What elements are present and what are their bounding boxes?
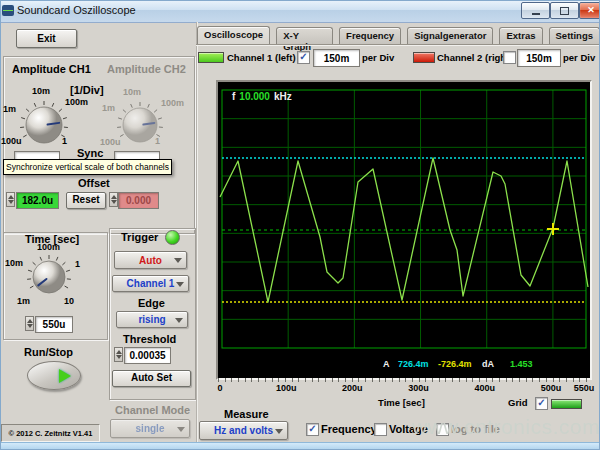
maximize-button[interactable] <box>550 2 579 19</box>
freq-prefix: f <box>232 91 235 102</box>
trigger-source-dropdown[interactable]: Channel 1 <box>112 275 189 292</box>
time-scale-10m: 10m <box>5 258 23 268</box>
run-stop-label: Run/Stop <box>24 346 73 358</box>
threshold-spinner[interactable] <box>114 347 123 362</box>
x-tick-label: 0 <box>217 383 222 393</box>
ch1-scale-10m: 10m <box>32 86 50 96</box>
channel2-per-div-label: per Div <box>563 52 595 63</box>
tab-settings[interactable]: Settings <box>549 27 600 45</box>
frequency-readout: f10.000kHz <box>232 91 296 102</box>
version-label: © 2012 C. Zeitnitz V1.41 <box>1 424 100 442</box>
play-icon <box>59 369 71 383</box>
maximize-icon <box>560 7 569 15</box>
scope-canvas[interactable] <box>218 82 590 378</box>
channel2-color-swatch <box>413 52 435 63</box>
x-tick-label: 550u <box>574 383 595 393</box>
auto-set-button[interactable]: Auto Set <box>112 370 191 387</box>
dropdown-arrow-icon <box>175 318 183 323</box>
channel1-color-swatch <box>198 52 224 63</box>
dropdown-arrow-icon <box>275 429 283 434</box>
ch1-scale-100u: 100u <box>1 136 22 146</box>
time-knob[interactable] <box>26 254 72 300</box>
close-button[interactable]: ✕ <box>579 2 600 19</box>
channel1-enable-checkbox[interactable] <box>297 51 310 64</box>
minimize-button[interactable] <box>521 2 550 19</box>
ch2-scale-10m: 10m <box>123 87 141 97</box>
tab-baseline <box>196 44 600 46</box>
trigger-title: Trigger <box>121 231 158 243</box>
freq-unit: kHz <box>274 91 292 102</box>
ch2-offset-spinner[interactable] <box>109 192 118 207</box>
ch2-scale-100u: 100u <box>100 137 121 147</box>
minimize-icon <box>532 13 540 15</box>
amplitude-ch1-title: Amplitude CH1 <box>12 63 91 75</box>
tab-frequency[interactable]: Frequency <box>339 27 401 45</box>
frequency-label: Frequency <box>321 423 377 435</box>
ch1-offset-spinner[interactable] <box>6 192 15 207</box>
channel1-scale-input[interactable]: 150m <box>313 49 360 67</box>
sync-label: Sync <box>77 147 103 159</box>
da-value: 1.453 <box>510 359 533 369</box>
dropdown-arrow-icon <box>174 258 182 263</box>
tab-bar: OscilloscopeX-Y GraphFrequencySignalgene… <box>197 27 600 44</box>
scope-display: f10.000kHz A 726.4m -726.4m dA 1.453 <box>216 80 592 380</box>
channel-mode-dropdown[interactable]: single <box>110 419 190 438</box>
offset-reset-button[interactable]: Reset <box>66 192 106 209</box>
exit-button[interactable]: Exit <box>16 29 77 48</box>
window-bottom-edge <box>0 442 600 450</box>
x-tick-label: 100u <box>276 383 297 393</box>
ch2-scale-100m: 100m <box>161 98 184 108</box>
ch1-offset-field[interactable]: 182.0u <box>16 192 59 209</box>
time-scale-10: 10 <box>64 296 74 306</box>
x-tick-label: 400u <box>474 383 495 393</box>
measure-label: Measure <box>224 408 269 420</box>
ch1-scale-100m: 100m <box>65 97 88 107</box>
amp-max-value: 726.4m <box>398 359 429 369</box>
channel-mode-value: single <box>136 423 165 434</box>
ch2-scale-1: 1 <box>155 136 160 146</box>
x-axis-label: Time [sec] <box>378 397 425 408</box>
channel2-enable-checkbox[interactable] <box>503 51 516 64</box>
grid-checkbox[interactable] <box>535 397 548 410</box>
trigger-mode-value: Auto <box>139 255 162 266</box>
da-label: dA <box>482 359 494 369</box>
panel-divider <box>196 22 197 443</box>
run-stop-button[interactable] <box>27 361 81 390</box>
tab-oscilloscope[interactable]: Oscilloscope <box>197 26 270 46</box>
measure-mode-value: Hz and volts <box>214 425 273 436</box>
title-bar: Soundcard Oszilloscope ✕ <box>0 0 600 23</box>
time-scale-1m: 1m <box>17 296 30 306</box>
tab-extras[interactable]: Extras <box>499 27 542 45</box>
amplitude-ch2-title: Amplitude CH2 <box>107 63 186 75</box>
freq-value: 10.000 <box>239 91 270 102</box>
watermark: www.cntronics.com <box>412 415 600 439</box>
amplitude-unit-label: [1/Div] <box>70 84 104 96</box>
ch2-offset-field[interactable]: 0.000 <box>118 192 159 209</box>
window-title: Soundcard Oszilloscope <box>17 4 136 16</box>
channel1-per-div-label: per Div <box>362 52 394 63</box>
grid-label: Grid <box>508 397 528 408</box>
dropdown-arrow-icon <box>176 282 184 287</box>
x-tick-label: 200u <box>342 383 363 393</box>
voltage-checkbox[interactable] <box>374 423 387 436</box>
trigger-edge-dropdown[interactable]: rising <box>116 311 188 328</box>
time-scale-1: 1 <box>75 259 80 269</box>
edge-label: Edge <box>138 297 165 309</box>
ch1-scale-1: 1 <box>62 136 67 146</box>
ch2-scale-1m: 1m <box>102 103 115 113</box>
channel2-scale-input[interactable]: 150m <box>517 49 561 67</box>
channel2-label: Channel 2 (right) <box>437 52 512 63</box>
measure-mode-dropdown[interactable]: Hz and volts <box>199 421 288 440</box>
time-field[interactable]: 550u <box>35 316 73 333</box>
offset-label: Offset <box>78 177 110 189</box>
close-icon: ✕ <box>587 6 595 15</box>
dropdown-arrow-icon <box>177 427 185 432</box>
amp-min-value: -726.4m <box>438 359 472 369</box>
threshold-field[interactable]: 0.00035 <box>124 347 171 364</box>
time-spinner[interactable] <box>25 316 34 331</box>
frequency-checkbox[interactable] <box>306 423 319 436</box>
tab-signalgenerator[interactable]: Signalgenerator <box>407 27 493 45</box>
trigger-mode-dropdown[interactable]: Auto <box>114 251 187 269</box>
ch1-scale-1m: 1m <box>3 104 16 114</box>
tab-x-y-graph[interactable]: X-Y Graph <box>276 27 333 45</box>
